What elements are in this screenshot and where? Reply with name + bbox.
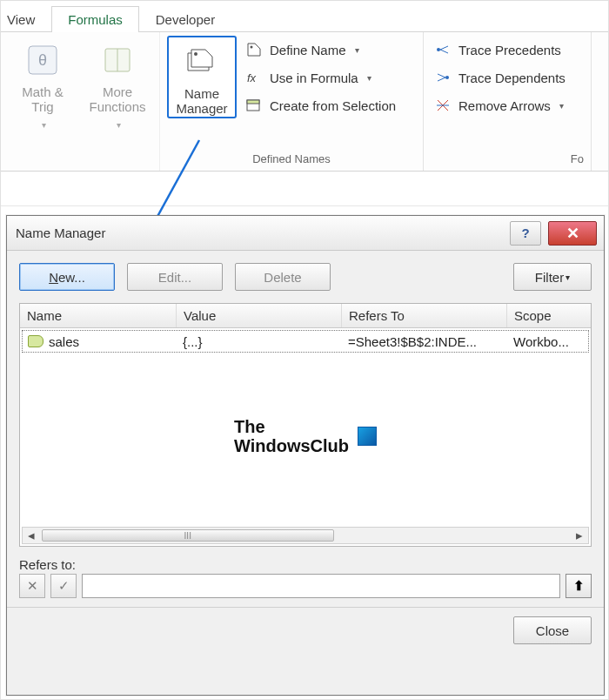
use-in-formula-button[interactable]: fx Use in Formula ▾ (245, 67, 412, 88)
refers-to-input[interactable] (82, 574, 560, 598)
svg-rect-8 (247, 100, 259, 104)
scroll-right-icon[interactable]: ▸ (571, 528, 588, 543)
trace-precedents-label: Trace Precedents (458, 43, 561, 57)
dialog-toolbar: New... Edit... Delete Filter ▾ (7, 251, 604, 303)
create-from-selection-button[interactable]: Create from Selection (245, 95, 412, 116)
svg-line-14 (438, 77, 445, 81)
new-button-label: New... (49, 270, 85, 285)
remove-arrows-button[interactable]: Remove Arrows ▾ (434, 95, 580, 116)
svg-point-9 (437, 48, 440, 51)
watermark-line1: The (234, 417, 349, 436)
delete-button[interactable]: Delete (235, 263, 331, 291)
col-header-value[interactable]: Value (177, 304, 342, 327)
chevron-down-icon: ▾ (566, 273, 570, 282)
fx-icon: fx (245, 69, 263, 86)
new-button[interactable]: New... (19, 263, 115, 291)
delete-button-label: Delete (264, 270, 301, 285)
trace-dependents-icon (434, 69, 452, 86)
ribbon-group-formula-auditing: Trace Precedents Trace Dependents Remove… (424, 32, 592, 171)
dialog-titlebar: Name Manager ? ✕ (7, 216, 604, 251)
dialog-footer: Close (7, 607, 604, 653)
book-icon (98, 41, 137, 79)
range-picker-button[interactable]: ⬆ (566, 574, 592, 598)
cell-value: {...} (177, 331, 343, 352)
tab-view[interactable]: View (3, 6, 51, 32)
math-trig-button[interactable]: θ Math & Trig ▾ (8, 36, 77, 130)
edit-button-label: Edit... (158, 270, 191, 285)
ribbon-tabstrip: View Formulas Developer (1, 1, 608, 32)
watermark-line2: WindowsClub (234, 436, 349, 455)
worksheet-area (1, 172, 608, 206)
group-label-library (8, 151, 152, 169)
trace-precedents-button[interactable]: Trace Precedents (434, 39, 580, 60)
help-button[interactable]: ? (510, 221, 541, 246)
chevron-down-icon: ▾ (559, 101, 564, 111)
tab-developer[interactable]: Developer (139, 6, 231, 32)
ribbon: θ Math & Trig ▾ More Functions ▾ (1, 32, 608, 172)
scroll-track[interactable]: III (40, 528, 571, 543)
more-functions-label: More Functions (89, 84, 145, 115)
col-header-scope[interactable]: Scope (507, 304, 591, 327)
close-icon: ✕ (566, 224, 579, 243)
dialog-title: Name Manager (16, 225, 105, 240)
remove-arrows-label: Remove Arrows (458, 98, 551, 113)
refers-to-row: ✕ ✓ ⬆ (7, 572, 604, 607)
chevron-down-icon: ▾ (367, 73, 371, 83)
check-icon: ✓ (58, 578, 70, 594)
svg-point-12 (445, 76, 449, 79)
list-header: Name Value Refers To Scope (20, 304, 591, 328)
svg-text:fx: fx (247, 71, 257, 84)
tags-icon (183, 43, 221, 81)
windowsclub-logo-icon (358, 427, 377, 446)
theta-icon: θ (23, 41, 62, 79)
cell-scope: Workbo... (508, 331, 588, 352)
col-header-refers[interactable]: Refers To (342, 304, 507, 327)
chevron-down-icon: ▾ (355, 45, 359, 55)
name-manager-button[interactable]: Name Manager (167, 36, 237, 118)
list-h-scrollbar[interactable]: ◂ III ▸ (22, 527, 589, 544)
cell-name: sales (49, 334, 79, 349)
ribbon-group-defined-names: Name Manager Define Name ▾ fx Use in For… (160, 32, 424, 171)
list-row[interactable]: sales {...} =Sheet3!$B$2:INDE... Workbo.… (22, 330, 589, 353)
collapse-icon: ⬆ (573, 578, 585, 594)
chevron-down-icon: ▾ (42, 120, 46, 131)
name-manager-dialog: Name Manager ? ✕ New... Edit... Delete F… (6, 215, 605, 696)
trace-dependents-button[interactable]: Trace Dependents (434, 67, 580, 88)
help-icon: ? (521, 225, 529, 240)
edit-button[interactable]: Edit... (127, 263, 223, 291)
svg-line-10 (440, 46, 448, 50)
define-name-button[interactable]: Define Name ▾ (245, 39, 412, 60)
tag-icon (245, 41, 263, 58)
names-list: Name Value Refers To Scope sales {...} =… (19, 303, 592, 547)
math-trig-label: Math & Trig (22, 84, 64, 115)
scroll-left-icon[interactable]: ◂ (23, 528, 40, 543)
accept-edit-button[interactable]: ✓ (50, 574, 77, 598)
x-icon: ✕ (27, 578, 38, 594)
svg-point-4 (194, 52, 197, 56)
ribbon-group-function-library: θ Math & Trig ▾ More Functions ▾ (1, 32, 160, 171)
group-label-defined-names: Defined Names (167, 151, 416, 169)
svg-line-13 (438, 74, 445, 77)
trace-dependents-label: Trace Dependents (458, 71, 566, 85)
watermark: The WindowsClub (20, 417, 591, 455)
create-from-selection-label: Create from Selection (270, 98, 396, 113)
scroll-thumb[interactable]: III (42, 529, 334, 542)
close-x-button[interactable]: ✕ (548, 221, 597, 246)
more-functions-button[interactable]: More Functions ▾ (83, 36, 152, 130)
selection-icon (245, 97, 263, 114)
filter-button[interactable]: Filter ▾ (513, 263, 592, 291)
use-in-formula-label: Use in Formula (270, 71, 358, 85)
define-name-label: Define Name (270, 43, 346, 57)
name-tag-icon (28, 335, 44, 347)
tab-formulas[interactable]: Formulas (51, 6, 139, 32)
col-header-name[interactable]: Name (20, 304, 177, 327)
chevron-down-icon: ▾ (117, 120, 121, 131)
svg-line-11 (440, 50, 448, 53)
close-button[interactable]: Close (513, 616, 592, 644)
cancel-edit-button[interactable]: ✕ (19, 574, 45, 598)
name-manager-label: Name Manager (176, 86, 227, 117)
close-button-label: Close (536, 623, 569, 638)
trace-precedents-icon (434, 41, 452, 58)
refers-to-label: Refers to: (7, 552, 604, 572)
filter-button-label: Filter (535, 270, 564, 285)
